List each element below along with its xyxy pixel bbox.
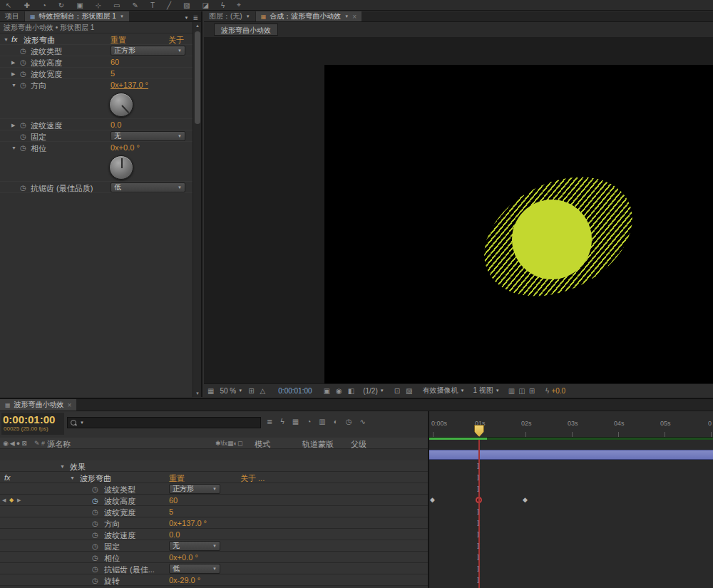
resolution-control[interactable]: (1/2) ▼ xyxy=(363,387,384,395)
twirl-open-icon[interactable]: ▼ xyxy=(11,83,16,88)
wave-type-dropdown[interactable]: 正方形 ▼ xyxy=(169,484,220,494)
column-trkmat[interactable]: 轨道蒙版 xyxy=(302,439,334,450)
frame-blending-icon[interactable]: ▥ xyxy=(319,418,325,425)
stopwatch-icon[interactable]: ◷ xyxy=(92,520,98,527)
phase-value[interactable]: 0x+0.0 ° xyxy=(111,143,140,152)
stopwatch-icon[interactable]: ◷ xyxy=(20,81,26,89)
twirl-open-icon[interactable]: ▼ xyxy=(60,464,65,469)
column-parent[interactable]: 父级 xyxy=(351,439,366,450)
selection-tool-icon[interactable]: ↖ xyxy=(6,1,11,9)
zoom-tool-icon[interactable]: ◔ xyxy=(42,1,46,9)
hide-shy-layers-icon[interactable]: ◔ xyxy=(307,418,311,425)
twirl-closed-icon[interactable]: ▶ xyxy=(11,123,15,128)
stopwatch-icon[interactable]: ◷ xyxy=(20,133,26,140)
clone-stamp-tool-icon[interactable]: ▨ xyxy=(183,1,190,9)
fx-badge-icon[interactable]: fx xyxy=(4,473,11,482)
direction-value[interactable]: 0x+137.0 ° xyxy=(169,519,207,527)
shape-circle[interactable] xyxy=(512,200,592,279)
time-ruler[interactable]: 0:00s 01s 02s 03s 04s 05s 0 xyxy=(429,411,713,438)
tab-caret-icon[interactable]: ▼ xyxy=(120,14,124,19)
panel-caret-icon[interactable]: ▼ xyxy=(185,16,189,20)
stopwatch-icon[interactable]: ◷ xyxy=(20,121,26,129)
panel-menu-icon[interactable]: ≣ xyxy=(193,14,198,21)
pinning-dropdown[interactable]: 无 ▼ xyxy=(169,541,220,551)
safe-guides-icon[interactable]: ⊞ xyxy=(248,387,254,395)
view-layout-control[interactable]: 1 视图 ▼ xyxy=(473,386,500,396)
twirl-closed-icon[interactable]: ▶ xyxy=(11,71,15,77)
phase-value[interactable]: 0x+0.0 ° xyxy=(169,553,198,562)
tab-comp-viewer[interactable]: ▦ 合成：波形弯曲小动效 ▼ × xyxy=(256,11,361,21)
stopwatch-icon[interactable]: ◷ xyxy=(20,58,26,66)
tab-layer-viewer[interactable]: 图层：(无) ▼ xyxy=(204,11,255,21)
layer-duration-bar[interactable] xyxy=(429,450,713,460)
motion-blur-icon[interactable]: ◐ xyxy=(334,418,338,425)
stopwatch-icon[interactable]: ◷ xyxy=(92,565,98,573)
comp-mini-flowchart-icon[interactable]: ≣ xyxy=(267,418,272,425)
playhead-line[interactable] xyxy=(478,440,480,588)
roi-icon[interactable]: ⊡ xyxy=(394,387,400,395)
timeline-tab[interactable]: ▦ 波形弯曲小动效 × xyxy=(0,399,76,411)
graph-editor-icon[interactable]: ∿ xyxy=(359,418,365,425)
camera-tool-icon[interactable]: ▣ xyxy=(76,1,83,9)
composition-canvas[interactable] xyxy=(324,65,713,383)
wave-speed-value[interactable]: 0.0 xyxy=(169,530,180,539)
twirl-open-icon[interactable]: ▼ xyxy=(11,145,16,150)
stopwatch-icon[interactable]: ◷ xyxy=(92,554,98,562)
stopwatch-icon[interactable]: ◷ xyxy=(92,497,98,505)
rotation-tool-icon[interactable]: ↻ xyxy=(58,1,64,9)
pinning-dropdown[interactable]: 无 ▼ xyxy=(111,131,185,141)
wave-height-value[interactable]: 60 xyxy=(169,496,178,505)
prev-keyframe-icon[interactable]: ◀ xyxy=(2,497,6,503)
effect-controls-scrollbar[interactable]: ▲ ▼ xyxy=(193,22,201,397)
mini-flowchart-icon[interactable]: △ xyxy=(260,387,266,395)
pen-tool-icon[interactable]: ✎ xyxy=(133,1,138,9)
channels-icon[interactable]: ◧ xyxy=(348,387,354,395)
antialiasing-dropdown[interactable]: 低 ▼ xyxy=(111,182,185,192)
keyframe-diamond[interactable]: ◆ xyxy=(430,496,435,503)
current-time-display[interactable]: 0:00:01:00 00025 (25.00 fps) xyxy=(1,413,64,435)
search-field[interactable]: ▼ xyxy=(67,417,261,428)
column-source-name[interactable]: 源名称 xyxy=(47,439,71,450)
close-icon[interactable]: × xyxy=(352,13,356,21)
exposure-value[interactable]: +0.0 xyxy=(551,387,565,395)
pixel-aspect-icons[interactable]: ▥◫⊞ xyxy=(508,387,538,395)
rotation-value[interactable]: 0x-29.0 ° xyxy=(169,576,200,584)
wave-height-value[interactable]: 60 xyxy=(111,58,119,66)
current-keyframe-icon[interactable]: ◆ xyxy=(9,497,14,503)
scroll-down-icon[interactable]: ▼ xyxy=(195,391,200,396)
roto-brush-tool-icon[interactable]: ϟ xyxy=(221,1,225,9)
reset-link[interactable]: 重置 xyxy=(169,473,185,484)
direction-dial[interactable] xyxy=(109,93,133,117)
transparency-grid-icon[interactable]: ▨ xyxy=(406,387,412,395)
brush-tool-icon[interactable]: ╱ xyxy=(167,1,171,9)
stopwatch-icon[interactable]: ◷ xyxy=(92,577,98,584)
effects-group-row[interactable]: ▼ 效果 xyxy=(0,460,428,472)
column-mode[interactable]: 模式 xyxy=(255,439,270,450)
stopwatch-icon[interactable]: ◷ xyxy=(92,531,98,539)
view-options-icon[interactable]: ▦ xyxy=(207,387,214,395)
timeline-timecode[interactable]: 0:00:01:00 xyxy=(1,413,64,425)
pan-behind-tool-icon[interactable]: ⊹ xyxy=(96,1,101,9)
scroll-up-icon[interactable]: ▲ xyxy=(195,24,200,28)
next-keyframe-icon[interactable]: ▶ xyxy=(17,497,21,503)
eraser-tool-icon[interactable]: ◪ xyxy=(202,1,209,9)
close-icon[interactable]: × xyxy=(68,401,72,409)
comp-name-tab[interactable]: 波形弯曲小动效 xyxy=(214,24,278,36)
about-link[interactable]: 关于 ... xyxy=(240,473,265,484)
wave-type-dropdown[interactable]: 正方形 ▼ xyxy=(111,46,185,56)
shape-tool-icon[interactable]: ▭ xyxy=(113,1,120,9)
wave-speed-value[interactable]: 0.0 xyxy=(111,120,121,129)
stopwatch-icon[interactable]: ◷ xyxy=(92,542,98,550)
stopwatch-icon[interactable]: ◷ xyxy=(20,144,26,152)
auto-keyframe-icon[interactable]: ◷ xyxy=(346,418,352,425)
exposure-control[interactable]: ϟ +0.0 xyxy=(545,387,565,395)
wave-width-value[interactable]: 5 xyxy=(169,507,173,516)
twirl-closed-icon[interactable]: ▶ xyxy=(11,60,15,66)
zoom-control[interactable]: 50 % ▼ xyxy=(220,387,242,395)
twirl-open-icon[interactable]: ▼ xyxy=(70,475,75,480)
tab-effect-controls[interactable]: ▦ 特效控制台：形状图层 1 ▼ xyxy=(25,11,129,21)
type-tool-icon[interactable]: T xyxy=(150,1,155,9)
stopwatch-icon[interactable]: ◷ xyxy=(20,47,26,55)
twirl-open-icon[interactable]: ▼ xyxy=(4,37,9,42)
reset-link[interactable]: 重置 xyxy=(111,35,126,46)
